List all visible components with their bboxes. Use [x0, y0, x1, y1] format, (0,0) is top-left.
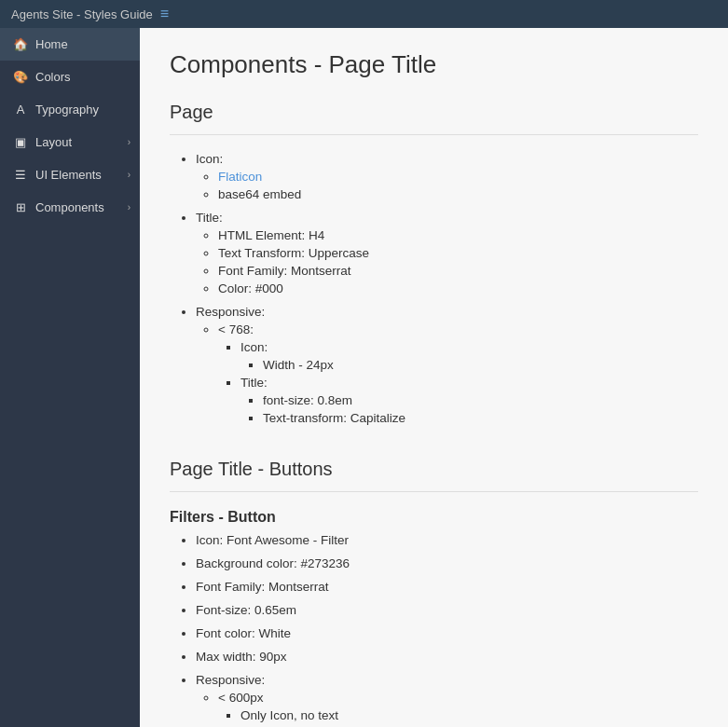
- list-item: Flaticon: [218, 170, 698, 184]
- components-icon: ⊞: [13, 200, 28, 214]
- item-text: Text Transform: Uppercase: [218, 246, 369, 260]
- title-nested-list: font-size: 0.8em Text-transform: Capital…: [240, 393, 698, 425]
- sidebar-item-ui-elements[interactable]: ☰UI Elements›: [0, 158, 140, 191]
- item-text: HTML Element: H4: [218, 228, 324, 242]
- page-title: Components - Page Title: [170, 50, 698, 79]
- list-item-icon: Icon: Flaticon base64 embed: [196, 152, 698, 201]
- sidebar-item-label: Layout: [35, 135, 72, 149]
- section-buttons-title: Page Title - Buttons: [170, 459, 698, 480]
- list-item: Font Family: Montserrat: [196, 580, 698, 594]
- chevron-right-icon: ›: [128, 137, 130, 147]
- item-text: Title:: [240, 376, 268, 390]
- divider: [170, 491, 698, 492]
- sidebar-item-label: UI Elements: [35, 168, 102, 182]
- section-page-title: Page: [170, 102, 698, 123]
- item-text: Max width: 90px: [196, 650, 287, 664]
- section-page-title-buttons: Page Title - Buttons Filters - Button Ic…: [170, 459, 698, 722]
- layout-icon: ▣: [13, 135, 28, 149]
- icon-nested-list: Width - 24px: [240, 358, 698, 372]
- sidebar-item-label: Colors: [35, 70, 71, 84]
- list-item: Icon: Width - 24px: [240, 340, 698, 372]
- list-item: HTML Element: H4: [218, 228, 698, 242]
- sidebar-item-home[interactable]: 🏠Home: [0, 28, 140, 61]
- item-text: base64 embed: [218, 187, 301, 201]
- sidebar-item-layout[interactable]: ▣Layout›: [0, 126, 140, 158]
- list-item: < 768: Icon: Width - 24px Title:: [218, 322, 698, 425]
- list-item: Text Transform: Uppercase: [218, 246, 698, 260]
- home-icon: 🏠: [13, 37, 28, 51]
- topbar-title: Agents Site - Styles Guide: [11, 7, 153, 21]
- list-item: Max width: 90px: [196, 650, 698, 664]
- subsection-filters-title: Filters - Button: [170, 509, 698, 526]
- ui-elements-icon: ☰: [13, 168, 28, 182]
- item-text: Icon:: [240, 340, 268, 354]
- item-text: Color: #000: [218, 281, 283, 295]
- list-item-title: Title: HTML Element: H4 Text Transform: …: [196, 211, 698, 295]
- list-item: Font-size: 0.65em: [196, 603, 698, 617]
- topbar: Agents Site - Styles Guide ≡: [0, 0, 728, 28]
- list-item: Font Family: Montserrat: [218, 264, 698, 278]
- item-text: Font-size: 0.65em: [196, 603, 296, 617]
- item-text: font-size: 0.8em: [263, 393, 352, 407]
- typography-icon: A: [13, 103, 28, 117]
- menu-icon[interactable]: ≡: [160, 6, 169, 22]
- list-item: Only Icon, no text: [240, 708, 698, 722]
- list-item: Background color: #273236: [196, 556, 698, 570]
- item-label: Responsive:: [196, 673, 265, 687]
- colors-icon: 🎨: [13, 70, 28, 84]
- app-layout: 🏠Home🎨ColorsATypography▣Layout›☰UI Eleme…: [0, 28, 728, 727]
- chevron-right-icon: ›: [128, 202, 130, 213]
- list-item: Color: #000: [218, 281, 698, 295]
- title-sub-list: HTML Element: H4 Text Transform: Upperca…: [196, 228, 698, 295]
- list-item-responsive: Responsive: < 768: Icon: Width - 24px: [196, 305, 698, 425]
- filters-600-list: Only Icon, no text: [218, 708, 698, 722]
- list-item: Font color: White: [196, 626, 698, 640]
- section-page: Page Icon: Flaticon base64 embed: [170, 102, 698, 425]
- list-item: Width - 24px: [263, 358, 698, 372]
- list-item-responsive: Responsive: < 600px Only Icon, no text: [196, 673, 698, 722]
- divider: [170, 134, 698, 135]
- sidebar-item-label: Components: [35, 200, 104, 214]
- responsive-sub-list: < 768: Icon: Width - 24px Title:: [196, 322, 698, 425]
- responsive-768-list: Icon: Width - 24px Title: font-size: 0.8…: [218, 340, 698, 425]
- sidebar-item-components[interactable]: ⊞Components›: [0, 191, 140, 224]
- filters-button-list: Icon: Font Awesome - Filter Background c…: [170, 533, 698, 722]
- item-text: < 600px: [218, 691, 263, 705]
- sidebar-item-typography[interactable]: ATypography: [0, 93, 140, 126]
- item-label: Icon:: [196, 152, 223, 166]
- sidebar-item-colors[interactable]: 🎨Colors: [0, 61, 140, 93]
- main-content: Components - Page Title Page Icon: Flati…: [140, 28, 728, 727]
- item-text: Font Family: Montserrat: [218, 264, 351, 278]
- flaticon-link[interactable]: Flaticon: [218, 170, 262, 184]
- item-text: Font color: White: [196, 626, 291, 640]
- item-label: Responsive:: [196, 305, 265, 319]
- list-item: < 600px Only Icon, no text: [218, 691, 698, 722]
- list-item: Title: font-size: 0.8em Text-transform: …: [240, 376, 698, 425]
- list-item: font-size: 0.8em: [263, 393, 698, 407]
- item-label: Title:: [196, 211, 223, 225]
- filters-responsive-list: < 600px Only Icon, no text: [196, 691, 698, 722]
- sidebar-item-label: Typography: [35, 103, 99, 117]
- chevron-right-icon: ›: [128, 170, 130, 180]
- sidebar: 🏠Home🎨ColorsATypography▣Layout›☰UI Eleme…: [0, 28, 140, 727]
- icon-sub-list: Flaticon base64 embed: [196, 170, 698, 201]
- item-text: Background color: #273236: [196, 556, 350, 570]
- item-text: Text-transform: Capitalize: [263, 411, 405, 425]
- page-items-list: Icon: Flaticon base64 embed Title: HT: [170, 152, 698, 425]
- list-item: Text-transform: Capitalize: [263, 411, 698, 425]
- sidebar-item-label: Home: [35, 37, 68, 51]
- list-item: base64 embed: [218, 187, 698, 201]
- item-text: < 768:: [218, 322, 254, 336]
- list-item: Icon: Font Awesome - Filter: [196, 533, 698, 547]
- item-text: Icon: Font Awesome - Filter: [196, 533, 349, 547]
- item-text: Width - 24px: [263, 358, 334, 372]
- item-text: Only Icon, no text: [240, 708, 338, 722]
- item-text: Font Family: Montserrat: [196, 580, 329, 594]
